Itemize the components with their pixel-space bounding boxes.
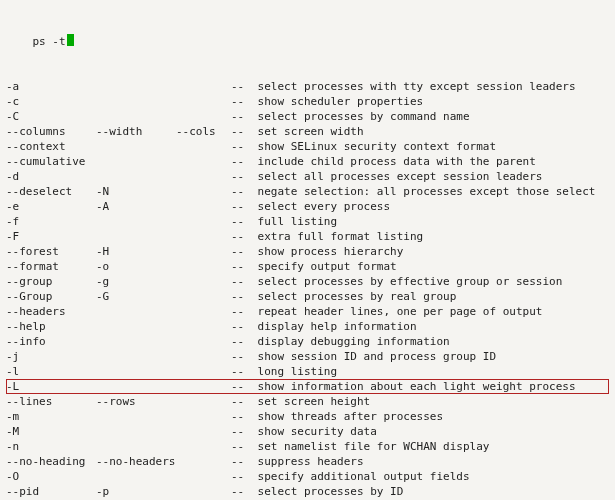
option-description: select processes by real group [251, 289, 609, 304]
option-col2: -N [96, 184, 176, 199]
separator: -- [231, 424, 251, 439]
separator: -- [231, 349, 251, 364]
option-col1: --format [6, 259, 96, 274]
option-description: show SELinux security context format [251, 139, 609, 154]
separator: -- [231, 154, 251, 169]
completion-row[interactable]: --context-- show SELinux security contex… [6, 139, 609, 154]
completion-row[interactable]: -m-- show threads after processes [6, 409, 609, 424]
option-col3 [176, 169, 231, 184]
option-col3 [176, 79, 231, 94]
option-col2 [96, 364, 176, 379]
option-description: set screen height [251, 394, 609, 409]
option-col2: -o [96, 259, 176, 274]
option-col2: -p [96, 484, 176, 499]
option-description: include child process data with the pare… [251, 154, 609, 169]
completion-row[interactable]: --no-heading--no-headers-- suppress head… [6, 454, 609, 469]
option-col3 [176, 274, 231, 289]
completion-row[interactable]: -F-- extra full format listing [6, 229, 609, 244]
separator: -- [231, 304, 251, 319]
completion-row[interactable]: --Group-G-- select processes by real gro… [6, 289, 609, 304]
completion-row[interactable]: --headers-- repeat header lines, one per… [6, 304, 609, 319]
option-col1: -c [6, 94, 96, 109]
completion-row[interactable]: --deselect-N-- negate selection: all pro… [6, 184, 609, 199]
completion-row[interactable]: --cumulative-- include child process dat… [6, 154, 609, 169]
completion-row[interactable]: -n-- set namelist file for WCHAN display [6, 439, 609, 454]
completion-row[interactable]: -O-- specify additional output fields [6, 469, 609, 484]
option-col3 [176, 259, 231, 274]
option-description: select processes by command name [251, 109, 609, 124]
completion-row[interactable]: --lines--rows-- set screen height [6, 394, 609, 409]
completion-row[interactable]: --format-o-- specify output format [6, 259, 609, 274]
option-description: full listing [251, 214, 609, 229]
option-col1: -d [6, 169, 96, 184]
option-col3 [176, 244, 231, 259]
completion-row[interactable]: -a-- select processes with tty except se… [6, 79, 609, 94]
option-col3 [176, 199, 231, 214]
separator: -- [231, 469, 251, 484]
option-col1: -a [6, 79, 96, 94]
option-col3 [176, 184, 231, 199]
option-col1: -e [6, 199, 96, 214]
completion-row[interactable]: -C-- select processes by command name [6, 109, 609, 124]
completion-row[interactable]: -f-- full listing [6, 214, 609, 229]
separator: -- [231, 94, 251, 109]
option-col2 [96, 304, 176, 319]
option-col2 [96, 214, 176, 229]
completion-row[interactable]: -j-- show session ID and process group I… [6, 349, 609, 364]
option-col3 [176, 304, 231, 319]
separator: -- [231, 109, 251, 124]
completion-row[interactable]: --group-g-- select processes by effectiv… [6, 274, 609, 289]
option-col3 [176, 94, 231, 109]
completion-row[interactable]: -L-- show information about each light w… [6, 379, 609, 394]
option-col1: --cumulative [6, 154, 96, 169]
option-col1: --forest [6, 244, 96, 259]
option-description: specify additional output fields [251, 469, 609, 484]
completion-row[interactable]: --columns--width--cols-- set screen widt… [6, 124, 609, 139]
option-description: set screen width [251, 124, 609, 139]
completion-row[interactable]: -e-A-- select every process [6, 199, 609, 214]
option-col2 [96, 439, 176, 454]
option-col1: -l [6, 364, 96, 379]
option-col1: --info [6, 334, 96, 349]
separator: -- [231, 409, 251, 424]
option-col3 [176, 289, 231, 304]
separator: -- [231, 379, 251, 394]
command-line[interactable]: ps -t [6, 34, 609, 49]
option-col2 [96, 94, 176, 109]
option-col1: -C [6, 109, 96, 124]
completion-row[interactable]: --help-- display help information [6, 319, 609, 334]
option-col1: --headers [6, 304, 96, 319]
completion-row[interactable]: -l-- long listing [6, 364, 609, 379]
option-col3 [176, 214, 231, 229]
option-description: show process hierarchy [251, 244, 609, 259]
option-col2: -H [96, 244, 176, 259]
option-col2: --no-headers [96, 454, 176, 469]
option-col1: -M [6, 424, 96, 439]
option-description: show threads after processes [251, 409, 609, 424]
completion-row[interactable]: --info-- display debugging information [6, 334, 609, 349]
option-description: select all processes except session lead… [251, 169, 609, 184]
completion-row[interactable]: --forest-H-- show process hierarchy [6, 244, 609, 259]
completion-row[interactable]: --pid-p-- select processes by ID [6, 484, 609, 499]
completion-row[interactable]: -c-- show scheduler properties [6, 94, 609, 109]
option-description: select processes by effective group or s… [251, 274, 609, 289]
cursor-icon [67, 34, 74, 46]
option-col2 [96, 109, 176, 124]
option-col2 [96, 169, 176, 184]
option-description: negate selection: all processes except t… [251, 184, 609, 199]
separator: -- [231, 319, 251, 334]
separator: -- [231, 229, 251, 244]
separator: -- [231, 334, 251, 349]
option-col1: -F [6, 229, 96, 244]
option-col1: -n [6, 439, 96, 454]
completion-row[interactable]: -d-- select all processes except session… [6, 169, 609, 184]
option-description: select every process [251, 199, 609, 214]
option-col3 [176, 454, 231, 469]
option-col2 [96, 409, 176, 424]
option-col3 [176, 469, 231, 484]
option-col1: --group [6, 274, 96, 289]
option-col3: --cols [176, 124, 231, 139]
option-col2 [96, 334, 176, 349]
completion-row[interactable]: -M-- show security data [6, 424, 609, 439]
option-col2 [96, 349, 176, 364]
